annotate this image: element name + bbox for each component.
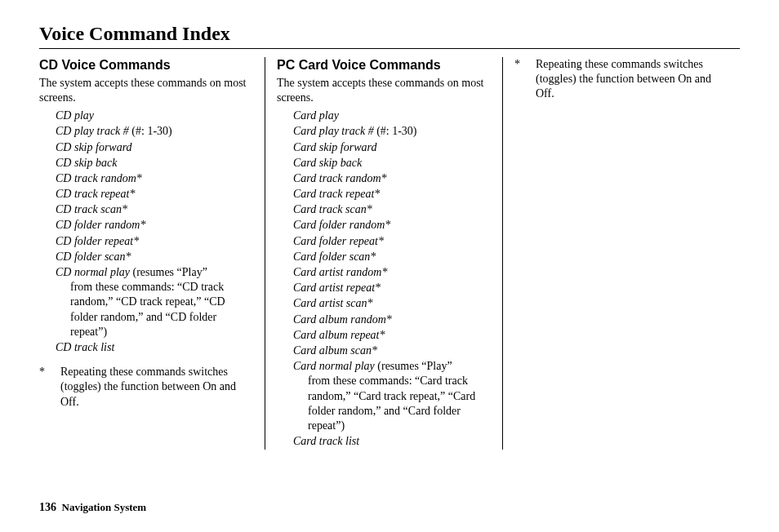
command-item: CD folder repeat* bbox=[56, 234, 253, 249]
cd-command-list: CD playCD play track # (#: 1-30)CD skip … bbox=[39, 109, 253, 355]
page-number: 136 bbox=[39, 501, 56, 513]
footnote-text: Repeating these commands switches (toggl… bbox=[60, 365, 253, 410]
command-item: CD track repeat* bbox=[56, 187, 253, 202]
command-item: CD folder scan* bbox=[56, 250, 253, 264]
command-item: CD skip forward bbox=[56, 140, 253, 155]
command-item: Card album scan* bbox=[293, 344, 491, 358]
command-item: Card artist repeat* bbox=[293, 281, 491, 295]
pc-heading: PC Card Voice Commands bbox=[277, 57, 491, 74]
pc-intro: The system accepts these commands on mos… bbox=[277, 76, 491, 105]
footnote-symbol: * bbox=[514, 57, 523, 102]
page-title: Voice Command Index bbox=[39, 23, 740, 49]
command-item: CD play track # (#: 1-30) bbox=[56, 124, 253, 139]
footnote-cd: * Repeating these commands switches (tog… bbox=[39, 365, 253, 410]
command-item: CD normal play (resumes “Play”from these… bbox=[56, 265, 253, 339]
command-item: Card artist scan* bbox=[293, 296, 491, 311]
footnote-text: Repeating these commands switches (toggl… bbox=[536, 57, 728, 102]
command-item: Card track random* bbox=[293, 171, 491, 186]
command-item: Card track list bbox=[293, 434, 491, 449]
cd-intro: The system accepts these commands on mos… bbox=[39, 76, 253, 105]
command-item: Card play track # (#: 1-30) bbox=[293, 124, 491, 139]
footer-section: Navigation System bbox=[62, 501, 147, 513]
page-footer: 136 Navigation System bbox=[39, 501, 146, 514]
command-item: Card skip forward bbox=[293, 140, 491, 155]
column-cd-commands: CD Voice Commands The system accepts the… bbox=[39, 57, 265, 450]
command-item: Card skip back bbox=[293, 156, 491, 171]
command-item: CD track random* bbox=[56, 171, 253, 186]
command-item: CD folder random* bbox=[56, 218, 253, 233]
command-item: CD track scan* bbox=[56, 202, 253, 217]
footnote-pc: * Repeating these commands switches (tog… bbox=[514, 57, 728, 102]
column-pc-card-commands: PC Card Voice Commands The system accept… bbox=[265, 57, 503, 450]
pc-command-list: Card playCard play track # (#: 1-30)Card… bbox=[277, 109, 491, 449]
column-footnote: * Repeating these commands switches (tog… bbox=[503, 57, 740, 450]
command-item: Card track repeat* bbox=[293, 187, 491, 202]
command-item: CD skip back bbox=[56, 156, 253, 171]
command-item: Card play bbox=[293, 109, 491, 123]
command-item: Card album random* bbox=[293, 313, 491, 327]
content-columns: CD Voice Commands The system accepts the… bbox=[39, 57, 740, 450]
command-item: Card track scan* bbox=[293, 202, 491, 217]
command-item: CD track list bbox=[56, 340, 253, 355]
command-item: Card artist random* bbox=[293, 265, 491, 280]
command-item: Card normal play (resumes “Play”from the… bbox=[293, 359, 491, 433]
command-item: Card folder random* bbox=[293, 218, 491, 233]
command-item: Card album repeat* bbox=[293, 328, 491, 343]
command-item: CD play bbox=[56, 109, 253, 123]
command-item: Card folder repeat* bbox=[293, 234, 491, 249]
cd-heading: CD Voice Commands bbox=[39, 57, 253, 74]
command-item: Card folder scan* bbox=[293, 250, 491, 264]
footnote-symbol: * bbox=[39, 365, 47, 410]
